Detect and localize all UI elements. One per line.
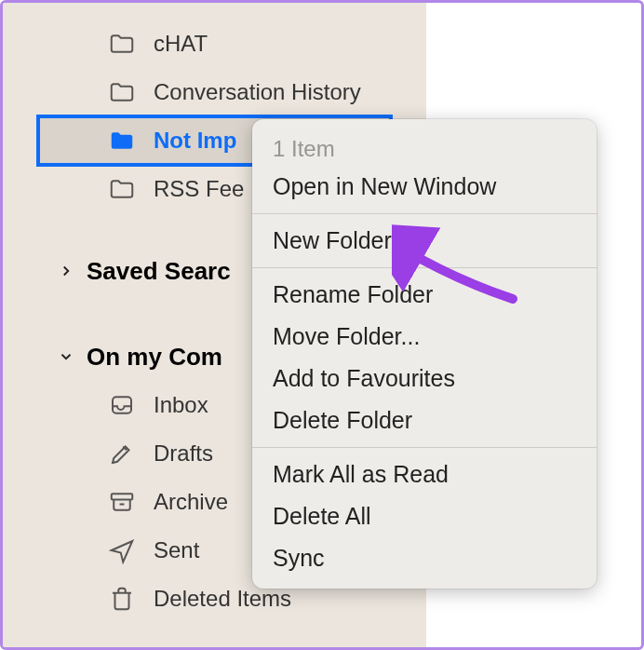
folder-label: Conversation History xyxy=(154,79,361,105)
svg-rect-1 xyxy=(112,494,133,499)
folder-label: Not Imp xyxy=(154,128,236,154)
drafts-icon xyxy=(107,439,137,468)
menu-delete-folder[interactable]: Delete Folder xyxy=(252,399,597,441)
context-menu-header: 1 Item xyxy=(252,129,597,166)
inbox-icon xyxy=(107,390,137,420)
menu-move-folder[interactable]: Move Folder... xyxy=(252,316,597,358)
folder-label: Drafts xyxy=(154,440,213,467)
folder-label: cHAT xyxy=(154,31,208,57)
folder-label: Sent xyxy=(154,537,199,563)
menu-rename-folder[interactable]: Rename Folder xyxy=(252,274,597,316)
archive-icon xyxy=(107,487,137,517)
svg-rect-0 xyxy=(113,397,131,413)
folder-outline-icon xyxy=(107,29,137,59)
folder-label: Inbox xyxy=(154,392,208,418)
menu-new-folder[interactable]: New Folder xyxy=(252,220,597,262)
folder-item-conversation-history[interactable]: Conversation History xyxy=(3,68,426,116)
menu-sync[interactable]: Sync xyxy=(252,537,597,579)
sent-icon xyxy=(107,535,137,565)
menu-open-new-window[interactable]: Open in New Window xyxy=(252,166,597,208)
section-title: Saved Searc xyxy=(87,257,231,286)
folder-outline-icon xyxy=(107,174,137,204)
menu-add-favourites[interactable]: Add to Favourites xyxy=(252,358,597,399)
menu-divider xyxy=(252,447,597,448)
folder-label: RSS Fee xyxy=(154,176,244,202)
chevron-right-icon xyxy=(57,262,75,280)
folder-outline-icon xyxy=(107,77,137,107)
section-title: On my Com xyxy=(87,343,222,372)
menu-divider xyxy=(252,267,597,268)
folder-label: Deleted Items xyxy=(154,586,291,612)
trash-icon xyxy=(107,584,137,614)
folder-label: Archive xyxy=(154,489,228,515)
context-menu: 1 Item Open in New Window New Folder Ren… xyxy=(252,119,597,589)
folder-item-chat[interactable]: cHAT xyxy=(3,20,426,68)
folder-solid-icon xyxy=(107,126,137,156)
menu-divider xyxy=(252,213,597,214)
menu-mark-all-read[interactable]: Mark All as Read xyxy=(252,454,597,495)
menu-delete-all[interactable]: Delete All xyxy=(252,495,597,537)
chevron-down-icon xyxy=(57,347,75,366)
